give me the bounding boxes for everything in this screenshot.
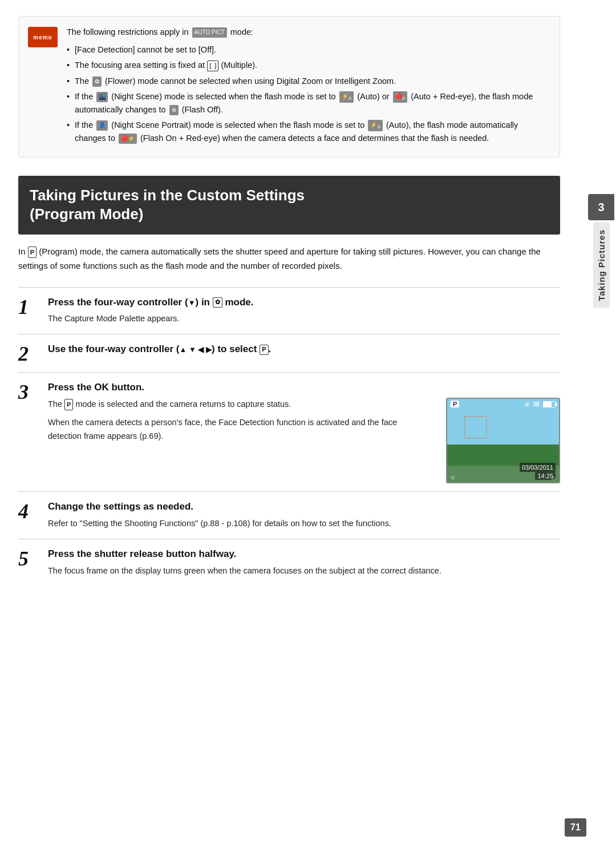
step-number-3: 3 (18, 381, 39, 402)
step-3: 3 Press the OK button. The P mode is sel… (18, 372, 560, 491)
memo-bullet-2: The focusing area setting is fixed at [ … (67, 59, 550, 72)
step-3-content: Press the OK button. The P mode is selec… (48, 381, 560, 483)
lcd-battery-fill (544, 402, 552, 407)
step-3-body2: When the camera detects a person's face,… (48, 416, 432, 443)
lcd-icon-left: ⊙ (451, 475, 455, 480)
step-2-title: Use the four-way controller (▲ ▼ ◀ ▶) to… (48, 342, 560, 356)
step-number-4: 4 (18, 500, 39, 522)
bracket-icon: [ ] (207, 60, 218, 72)
main-content: memo The following restrictions apply in… (0, 0, 587, 848)
step-4-content: Change the settings as needed. Refer to … (48, 500, 560, 531)
lcd-photo-count: 38 (533, 401, 540, 407)
memo-intro-text: The following restrictions apply in AUTO… (67, 26, 550, 39)
memo-bullet-3: The ✿ (Flower) mode cannot be selected w… (67, 75, 550, 88)
auto-pict-icon: AUTO PICT (192, 27, 227, 38)
lcd-face-frame (464, 416, 487, 439)
step-5: 5 Press the shutter release button halfw… (18, 539, 560, 586)
step-2-content: Use the four-way controller (▲ ▼ ◀ ▶) to… (48, 342, 560, 360)
section-title: Taking Pictures in the Custom Settings (… (30, 186, 549, 225)
step-3-inner: The P mode is selected and the camera re… (48, 398, 560, 483)
step-4: 4 Change the settings as needed. Refer t… (18, 491, 560, 539)
program-mode-icon: P (28, 247, 37, 258)
flash-auto-icon: ⚡A (339, 91, 354, 103)
step-3-title: Press the OK button. (48, 381, 560, 394)
camera-mode-icon: ✿ (213, 297, 222, 307)
lcd-grid-icon: ⊞ (525, 401, 529, 407)
memo-bullet-1: [Face Detection] cannot be set to [Off]. (67, 43, 550, 56)
step-5-title: Press the shutter release button halfway… (48, 547, 560, 561)
chapter-label: Taking Pictures (593, 223, 610, 308)
step-1-content: Press the four-way controller (▼) in ✿ m… (48, 296, 560, 326)
memo-icon: memo (28, 27, 58, 47)
memo-content: The following restrictions apply in AUTO… (67, 26, 550, 148)
step-number-2: 2 (18, 342, 39, 364)
step-1-body: The Capture Mode Palette appears. (48, 312, 560, 326)
step-4-title: Change the settings as needed. (48, 500, 560, 514)
lcd-battery-icon (543, 401, 556, 407)
lcd-bottom-icons: ⊙ △ (447, 473, 559, 482)
section-heading: Taking Pictures in the Custom Settings (… (18, 176, 560, 235)
intro-paragraph: In P (Program) mode, the camera automati… (18, 245, 560, 273)
step-5-body: The focus frame on the display turns gre… (48, 564, 560, 578)
flash-off-icon: ⊗ (169, 105, 179, 115)
steps-container: 1 Press the four-way controller (▼) in ✿… (18, 287, 560, 586)
p-mode-icon2: P (64, 399, 73, 410)
memo-bullet-list: [Face Detection] cannot be set to [Off].… (67, 43, 550, 145)
memo-bullet-4: If the 🌃 (Night Scene) mode is selected … (67, 90, 550, 116)
step-1-title: Press the four-way controller (▼) in ✿ m… (48, 296, 560, 309)
page: 3 Taking Pictures memo The following res… (0, 0, 616, 848)
flash-redeye-on-icon: 🔴⚡ (119, 134, 137, 144)
flower-icon: ✿ (92, 76, 102, 87)
step-number-5: 5 (18, 547, 39, 569)
lcd-date: 03/03/2011 (520, 463, 556, 472)
step-4-body: Refer to "Setting the Shooting Functions… (48, 517, 560, 531)
step-3-body1: The P mode is selected and the camera re… (48, 398, 432, 411)
lcd-p-label: P (451, 401, 459, 407)
page-number: 71 (565, 818, 586, 837)
side-tab: 3 Taking Pictures (586, 194, 616, 308)
night-portrait-icon: 👤 (96, 120, 108, 131)
step-3-text: The P mode is selected and the camera re… (48, 398, 432, 443)
step-5-content: Press the shutter release button halfway… (48, 547, 560, 578)
lcd-top-bar: P ⊞ 38 (447, 399, 559, 409)
memo-box: memo The following restrictions apply in… (18, 16, 560, 158)
flash-redeye-icon: 🔴A (393, 91, 408, 103)
step-number-1: 1 (18, 296, 39, 317)
step-1: 1 Press the four-way controller (▼) in ✿… (18, 287, 560, 334)
flash-auto-icon2: ⚡A (368, 120, 383, 131)
p-select-icon: P (260, 345, 268, 354)
lcd-icon-right: △ (552, 475, 556, 480)
memo-bullet-5: If the 👤 (Night Scene Portrait) mode is … (67, 119, 550, 145)
step-2: 2 Use the four-way controller (▲ ▼ ◀ ▶) … (18, 334, 560, 372)
chapter-number: 3 (588, 194, 614, 220)
night-scene-icon: 🌃 (96, 92, 108, 102)
camera-lcd-display: P ⊞ 38 03/03/2011 (446, 398, 560, 483)
